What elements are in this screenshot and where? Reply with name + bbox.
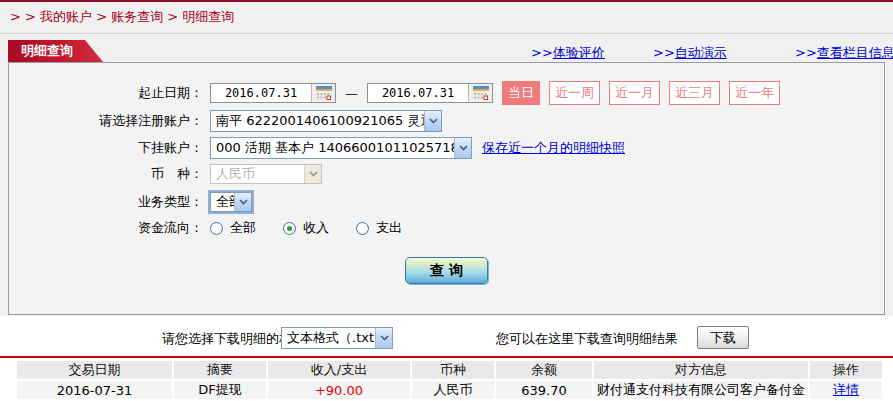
link-column-info[interactable]: >>查看栏目信息 <box>795 44 893 62</box>
save-snapshot-link[interactable]: 保存近一个月的明细快照 <box>482 139 625 157</box>
end-date-input[interactable] <box>368 84 468 102</box>
breadcrumb[interactable]: > > 我的账户 > 账务查询 > 明细查询 <box>10 8 234 26</box>
quick-range-year-button[interactable]: 近一年 <box>729 81 780 105</box>
header-currency: 币种 <box>412 361 494 379</box>
link-column-info-label: 查看栏目信息 <box>817 45 893 60</box>
cell-balance: 639.70 <box>496 381 592 399</box>
business-type-row: 业务类型： 全部 <box>9 190 884 214</box>
cell-amount: +90.00 <box>268 381 410 399</box>
currency-row: 币 种： 人民币 <box>9 164 884 184</box>
detail-link[interactable]: 详情 <box>833 382 859 397</box>
header-balance: 余额 <box>496 361 592 379</box>
query-button-row: 查 询 <box>9 257 884 284</box>
chevron-down-icon <box>454 138 471 158</box>
breadcrumb-divider <box>0 33 893 34</box>
fund-flow-label: 资金流向： <box>9 219 205 237</box>
cell-currency: 人民币 <box>412 381 494 399</box>
table-top-divider <box>0 356 893 358</box>
sub-account-value: 000 活期 基本户 1406600101102571848 <box>211 138 454 158</box>
end-date-field[interactable] <box>367 83 493 103</box>
link-auto-demo[interactable]: >>自动演示 <box>653 44 727 62</box>
currency-value: 人民币 <box>211 165 304 183</box>
download-row: 请您选择下载明细的格式 文本格式（.txt） 您可以在这里下载查询明细结果 下载 <box>0 326 893 350</box>
radio-icon[interactable] <box>210 222 223 235</box>
fund-flow-option-income[interactable]: 收入 <box>283 219 329 237</box>
sub-account-label: 下挂账户： <box>9 139 205 157</box>
link-prefix: >> <box>795 45 817 60</box>
header-trade-date: 交易日期 <box>17 361 172 379</box>
fund-flow-option-expense[interactable]: 支出 <box>356 219 402 237</box>
chevron-down-icon <box>424 111 441 131</box>
download-format-value: 文本格式（.txt） <box>282 328 375 348</box>
query-form-panel: 起止日期： — 当日 近一周 近一月 近三月 <box>8 62 885 315</box>
start-date-field[interactable] <box>210 83 336 103</box>
link-prefix: >> <box>531 45 553 60</box>
calendar-icon[interactable] <box>311 84 335 102</box>
business-type-select[interactable]: 全部 <box>210 192 252 212</box>
transaction-table: 交易日期 摘要 收入/支出 币种 余额 对方信息 操作 2016-07-31 D… <box>15 359 884 401</box>
fund-flow-option-expense-label: 支出 <box>376 219 402 237</box>
business-type-label: 业务类型： <box>9 193 205 211</box>
detail-query-page: > > 我的账户 > 账务查询 > 明细查询 明细查询 >>体验评价 >>自动演… <box>0 0 893 401</box>
query-button[interactable]: 查 询 <box>405 257 488 284</box>
start-date-input[interactable] <box>211 84 311 102</box>
sub-account-select[interactable]: 000 活期 基本户 1406600101102571848 <box>210 137 472 159</box>
chevron-down-icon <box>304 165 321 183</box>
link-experience-rating-label: 体验评价 <box>553 45 605 60</box>
download-button[interactable]: 下载 <box>697 326 749 349</box>
cell-trade-date: 2016-07-31 <box>17 381 172 399</box>
table-header-row: 交易日期 摘要 收入/支出 币种 余额 对方信息 操作 <box>17 361 882 379</box>
registered-account-value: 南平 6222001406100921065 灵通卡 <box>211 111 424 131</box>
registered-account-row: 请选择注册账户： 南平 6222001406100921065 灵通卡 <box>9 110 884 132</box>
date-range-label: 起止日期： <box>9 84 205 102</box>
table-row: 2016-07-31 DF提现 +90.00 人民币 639.70 财付通支付科… <box>17 381 882 399</box>
fund-flow-option-income-label: 收入 <box>303 219 329 237</box>
chevron-down-icon <box>234 193 251 211</box>
fund-flow-row: 资金流向： 全部 收入 支出 <box>9 220 884 236</box>
business-type-value: 全部 <box>211 193 234 211</box>
calendar-icon[interactable] <box>468 84 492 102</box>
date-range-row: 起止日期： — 当日 近一周 近一月 近三月 <box>9 80 884 106</box>
chevron-down-icon <box>375 328 392 348</box>
registered-account-select[interactable]: 南平 6222001406100921065 灵通卡 <box>210 110 442 132</box>
sub-account-row: 下挂账户： 000 活期 基本户 1406600101102571848 保存近… <box>9 137 884 159</box>
quick-range-week-button[interactable]: 近一周 <box>549 81 600 105</box>
fund-flow-option-all[interactable]: 全部 <box>210 219 256 237</box>
quick-range-3months-button[interactable]: 近三月 <box>669 81 720 105</box>
header-counterparty: 对方信息 <box>594 361 808 379</box>
download-hint-label: 您可以在这里下载查询明细结果 <box>496 330 678 348</box>
header-income-expense: 收入/支出 <box>268 361 410 379</box>
cell-counterparty: 财付通支付科技有限公司客户备付金 <box>594 381 808 399</box>
download-format-select[interactable]: 文本格式（.txt） <box>281 327 393 349</box>
currency-select-disabled: 人民币 <box>210 164 322 184</box>
link-auto-demo-label: 自动演示 <box>675 45 727 60</box>
fund-flow-option-all-label: 全部 <box>230 219 256 237</box>
link-prefix: >> <box>653 45 675 60</box>
registered-account-label: 请选择注册账户： <box>9 112 205 130</box>
quick-range-month-button[interactable]: 近一月 <box>609 81 660 105</box>
link-experience-rating[interactable]: >>体验评价 <box>531 44 605 62</box>
cell-summary: DF提现 <box>174 381 266 399</box>
date-range-separator: — <box>345 86 358 101</box>
header-summary: 摘要 <box>174 361 266 379</box>
cell-action: 详情 <box>810 381 882 399</box>
quick-range-today-button[interactable]: 当日 <box>502 81 540 105</box>
currency-label: 币 种： <box>9 165 205 183</box>
radio-icon[interactable] <box>283 222 296 235</box>
header-action: 操作 <box>810 361 882 379</box>
radio-icon[interactable] <box>356 222 369 235</box>
